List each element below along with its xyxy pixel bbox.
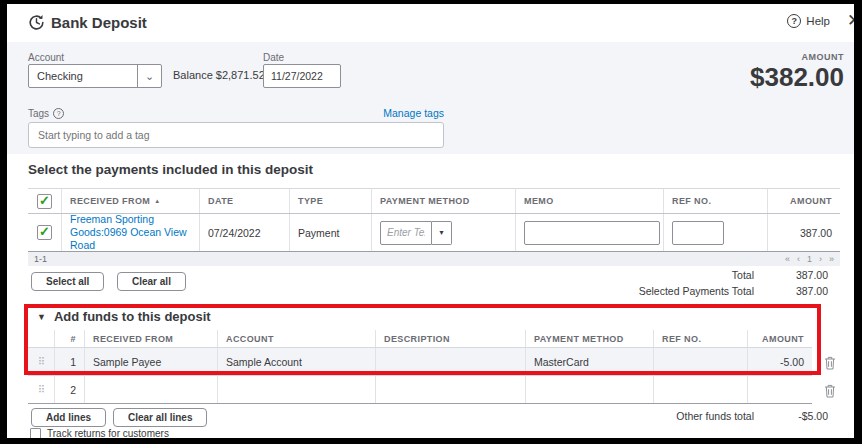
help-button[interactable]: ? Help bbox=[787, 14, 830, 28]
payment-row: ✓ Freeman Sporting Goods:0969 Ocean View… bbox=[28, 214, 840, 252]
payment-method-cell[interactable] bbox=[526, 376, 654, 403]
range-label: 1-1 bbox=[34, 254, 47, 264]
row-checkbox[interactable]: ✓ bbox=[37, 225, 52, 240]
customer-link[interactable]: Freeman Sporting Goods:0969 Ocean View R… bbox=[70, 213, 191, 252]
col-date[interactable]: DATE bbox=[200, 189, 290, 213]
trash-icon bbox=[824, 384, 836, 398]
date-cell: 07/24/2022 bbox=[200, 214, 290, 251]
account-value: Checking bbox=[29, 70, 137, 82]
col-payment-method: PAYMENT METHOD bbox=[526, 330, 654, 347]
date-label: Date bbox=[263, 52, 284, 63]
other-funds-row: Other funds total -$5.00 bbox=[676, 410, 828, 422]
col-number: # bbox=[55, 330, 85, 347]
col-description: DESCRIPTION bbox=[376, 330, 526, 347]
selected-total-row: Selected Payments Total 387.00 bbox=[639, 285, 828, 297]
payments-table: ✓ RECEIVED FROM ▲ DATE TYPE PAYMENT METH… bbox=[28, 188, 840, 266]
description-cell[interactable] bbox=[376, 348, 526, 375]
add-lines-button[interactable]: Add lines bbox=[31, 408, 106, 427]
first-page-icon[interactable]: « bbox=[785, 254, 790, 264]
col-type[interactable]: TYPE bbox=[290, 189, 372, 213]
type-cell: Payment bbox=[290, 214, 372, 251]
memo-input[interactable] bbox=[524, 221, 660, 245]
pagination-bar: 1-1 « ‹ 1 › » bbox=[28, 252, 840, 266]
amount-label: AMOUNT bbox=[802, 52, 845, 62]
account-label: Account bbox=[28, 52, 64, 63]
track-returns-row: Track returns for customers bbox=[30, 428, 169, 439]
amount-value: $382.00 bbox=[750, 62, 844, 93]
other-funds-value: -$5.00 bbox=[768, 410, 828, 422]
drag-handle-icon[interactable]: ⠿ bbox=[38, 356, 44, 367]
check-icon: ✓ bbox=[39, 194, 50, 207]
account-cell[interactable]: Sample Account bbox=[218, 348, 376, 375]
payments-section-heading: Select the payments included in this dep… bbox=[28, 162, 313, 177]
bank-deposit-window: Bank Deposit ? Help ✕ Account Checking ⌄… bbox=[0, 0, 862, 444]
col-amount[interactable]: AMOUNT bbox=[768, 189, 840, 213]
deposit-form-panel: Account Checking ⌄ Balance $2,871.52 Dat… bbox=[7, 42, 854, 154]
row-checkbox-cell: ✓ bbox=[28, 214, 62, 251]
history-icon[interactable] bbox=[27, 13, 46, 32]
number-cell: 2 bbox=[55, 376, 85, 403]
select-all-button[interactable]: Select all bbox=[31, 272, 104, 291]
col-account: ACCOUNT bbox=[218, 330, 376, 347]
select-all-checkbox[interactable]: ✓ bbox=[37, 194, 52, 209]
selected-total-value: 387.00 bbox=[768, 285, 828, 297]
ref-no-input[interactable] bbox=[672, 221, 724, 245]
col-received-from[interactable]: RECEIVED FROM ▲ bbox=[62, 189, 200, 213]
check-icon: ✓ bbox=[39, 225, 50, 238]
ref-no-cell bbox=[664, 214, 768, 251]
collapse-icon[interactable]: ▼ bbox=[37, 312, 46, 322]
received-from-cell[interactable] bbox=[85, 376, 218, 403]
col-ref-no: REF NO. bbox=[654, 330, 748, 347]
sort-asc-icon: ▲ bbox=[154, 198, 160, 204]
manage-tags-link[interactable]: Manage tags bbox=[28, 107, 444, 119]
prev-page-icon[interactable]: ‹ bbox=[797, 254, 800, 264]
clear-all-lines-button[interactable]: Clear all lines bbox=[113, 408, 207, 427]
drag-col-header bbox=[28, 330, 55, 347]
track-returns-checkbox[interactable] bbox=[30, 428, 41, 439]
drag-cell: ⠿ bbox=[28, 376, 55, 403]
pager: « ‹ 1 › » bbox=[785, 254, 834, 264]
next-page-icon[interactable]: › bbox=[819, 254, 822, 264]
clear-all-button[interactable]: Clear all bbox=[117, 272, 186, 291]
drag-handle-icon[interactable]: ⠿ bbox=[38, 384, 44, 395]
delete-row-button[interactable] bbox=[820, 353, 840, 373]
help-label: Help bbox=[806, 15, 830, 27]
payment-method-input[interactable] bbox=[380, 221, 432, 245]
track-returns-label: Track returns for customers bbox=[47, 428, 169, 439]
page-title: Bank Deposit bbox=[51, 14, 147, 31]
payment-method-cell[interactable]: MasterCard bbox=[526, 348, 654, 375]
add-funds-row[interactable]: ⠿ 1 Sample Payee Sample Account MasterCa… bbox=[28, 348, 812, 376]
account-cell[interactable] bbox=[218, 376, 376, 403]
col-payment-method[interactable]: PAYMENT METHOD bbox=[372, 189, 516, 213]
date-input[interactable] bbox=[263, 64, 341, 88]
close-icon[interactable]: ✕ bbox=[847, 10, 861, 31]
delete-row-button[interactable] bbox=[820, 381, 840, 401]
amount-cell[interactable] bbox=[748, 376, 812, 403]
trash-icon bbox=[824, 356, 836, 370]
received-from-cell: Freeman Sporting Goods:0969 Ocean View R… bbox=[62, 214, 200, 251]
col-memo[interactable]: MEMO bbox=[516, 189, 664, 213]
chevron-down-icon[interactable]: ⌄ bbox=[137, 65, 161, 87]
ref-no-cell[interactable] bbox=[654, 376, 748, 403]
account-select[interactable]: Checking ⌄ bbox=[28, 64, 162, 88]
dropdown-caret-icon[interactable]: ▾ bbox=[432, 221, 452, 245]
col-ref-no[interactable]: REF NO. bbox=[664, 189, 768, 213]
total-row: Total 387.00 bbox=[732, 269, 828, 281]
received-from-cell[interactable]: Sample Payee bbox=[85, 348, 218, 375]
description-cell[interactable] bbox=[376, 376, 526, 403]
drag-cell: ⠿ bbox=[28, 348, 55, 375]
top-bar: Bank Deposit ? Help ✕ bbox=[7, 4, 854, 42]
help-icon: ? bbox=[787, 14, 801, 28]
payment-method-cell: ▾ bbox=[372, 214, 516, 251]
col-received-from: RECEIVED FROM bbox=[85, 330, 218, 347]
last-page-icon[interactable]: » bbox=[829, 254, 834, 264]
total-value: 387.00 bbox=[768, 269, 828, 281]
current-page[interactable]: 1 bbox=[807, 254, 812, 264]
ref-no-cell[interactable] bbox=[654, 348, 748, 375]
amount-cell[interactable]: -5.00 bbox=[748, 348, 812, 375]
number-cell: 1 bbox=[55, 348, 85, 375]
balance-text: Balance $2,871.52 bbox=[173, 69, 265, 81]
add-funds-heading: ▼ Add funds to this deposit bbox=[37, 309, 211, 324]
tags-input[interactable] bbox=[28, 122, 444, 148]
add-funds-row[interactable]: ⠿ 2 bbox=[28, 376, 812, 404]
